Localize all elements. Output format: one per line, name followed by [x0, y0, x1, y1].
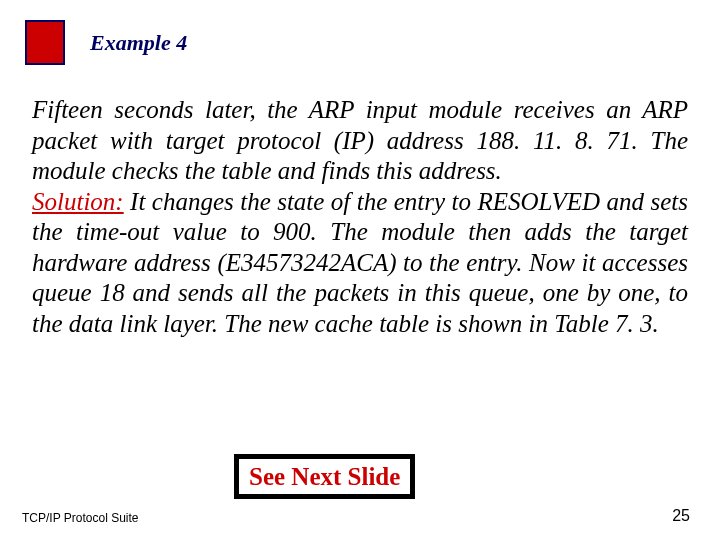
- decorative-red-box: [25, 20, 65, 65]
- example-title: Example 4: [90, 30, 187, 56]
- body-content: Fifteen seconds later, the ARP input mod…: [32, 95, 688, 339]
- page-number: 25: [672, 507, 690, 525]
- body-paragraph-2: It changes the state of the entry to RES…: [32, 188, 688, 337]
- solution-label: Solution:: [32, 188, 124, 215]
- see-next-slide-button[interactable]: See Next Slide: [234, 454, 415, 499]
- body-paragraph-1: Fifteen seconds later, the ARP input mod…: [32, 96, 688, 184]
- footer-title: TCP/IP Protocol Suite: [22, 511, 139, 525]
